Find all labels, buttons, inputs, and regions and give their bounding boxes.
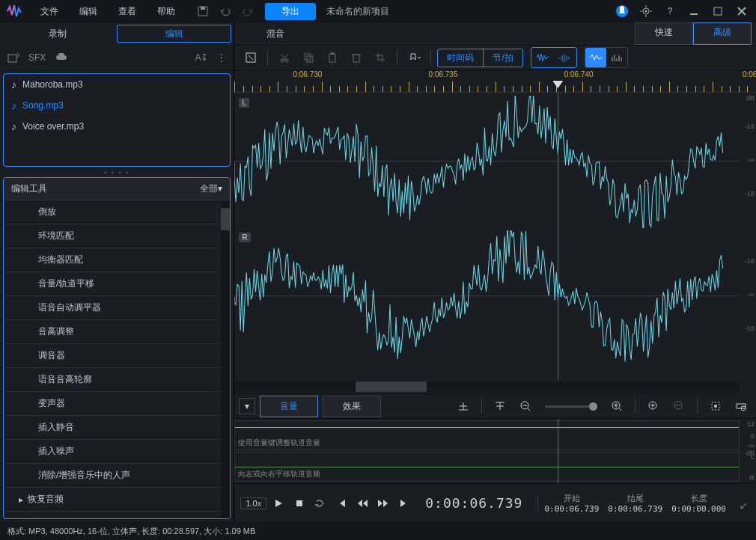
music-note-icon: ♪ (11, 120, 16, 132)
scrollbar-vertical[interactable] (221, 200, 230, 518)
edit-toolbar: 时间码 节/拍 (234, 45, 756, 70)
menu-edit[interactable]: 编辑 (70, 2, 106, 21)
font-size-button[interactable]: A↧ (195, 52, 208, 63)
time-ruler[interactable]: 0:06.7300:06.7350:06.7400:06. (234, 70, 756, 93)
copy-icon[interactable] (298, 48, 319, 67)
value-length[interactable]: 0:00:00.000 (671, 504, 726, 514)
tool-item[interactable]: 调音器 (4, 344, 230, 368)
crop-icon[interactable] (370, 48, 391, 67)
maximize-icon[interactable] (708, 1, 728, 21)
menu-view[interactable]: 查看 (109, 2, 145, 21)
file-item[interactable]: ♪Song.mp3 (4, 95, 230, 116)
tab-edit[interactable]: 编辑 (117, 25, 231, 43)
keyframe-out-icon[interactable] (490, 396, 510, 416)
zoom-knob[interactable] (589, 402, 597, 411)
file-name: Voice over.mp3 (22, 121, 84, 132)
pill-timecode[interactable]: 时间码 (438, 49, 483, 67)
file-item[interactable]: ♪Mahoroba.mp3 (4, 74, 230, 95)
rewind-icon[interactable] (353, 494, 371, 512)
skip-end-icon[interactable] (395, 494, 413, 512)
volume-lane[interactable]: 使用音量键调整轨道音量 (234, 420, 740, 450)
close-icon[interactable] (732, 1, 752, 21)
notification-icon[interactable] (612, 1, 632, 21)
import-icon[interactable] (7, 52, 19, 63)
fit-all-icon[interactable] (731, 396, 752, 416)
more-icon[interactable]: ⋮ (217, 52, 226, 63)
tools-filter-dropdown[interactable]: 全部▾ (200, 182, 222, 195)
select-tool-icon[interactable] (240, 48, 261, 67)
undo-icon[interactable] (217, 3, 234, 19)
help-icon[interactable]: ? (660, 1, 680, 21)
cloud-icon[interactable] (55, 53, 68, 62)
toggle-spectrum-icon[interactable] (606, 48, 627, 67)
menu-file[interactable]: 文件 (31, 2, 67, 21)
tool-item[interactable]: 语音音高轮廓 (4, 368, 230, 392)
pan-lane[interactable]: 向左或向右平移轨道音频 (234, 452, 740, 482)
zoom-vertical-in-icon[interactable] (643, 396, 664, 416)
splitter-handle[interactable]: • • • • (0, 170, 234, 176)
tab-record[interactable]: 录制 (0, 22, 115, 45)
scrollbar-thumb[interactable] (221, 208, 230, 230)
sfx-button[interactable]: SFX (28, 52, 46, 63)
spectral-view-icon[interactable] (554, 48, 576, 67)
paste-icon[interactable] (322, 48, 343, 67)
skip-start-icon[interactable] (332, 494, 350, 512)
keyframe-in-icon[interactable] (453, 396, 474, 416)
volume-hint: 使用音量键调整轨道音量 (238, 438, 320, 448)
titlebar: 文件 编辑 查看 帮助 导出 未命名的新项目 ? (0, 0, 756, 22)
file-item[interactable]: ♪Voice over.mp3 (4, 116, 230, 137)
cut-icon[interactable] (274, 48, 295, 67)
expand-panel-icon[interactable] (732, 494, 750, 512)
tools-panel: 编辑工具 全部▾ 倒放 环境匹配 均衡器匹配 音量/轨道平移 语音自动调平器 音… (3, 177, 231, 519)
redo-icon[interactable] (240, 3, 256, 19)
toggle-waveform-icon[interactable] (585, 48, 606, 67)
tool-item[interactable]: 均衡器匹配 (4, 248, 230, 272)
tool-item[interactable]: 音量/轨道平移 (4, 272, 230, 296)
tool-item[interactable]: 倒放 (4, 200, 230, 224)
lanes-canvas[interactable]: 使用音量键调整轨道音量 向左或向右平移轨道音频 12 0 -∞ dB L R (234, 419, 756, 483)
forward-icon[interactable] (374, 494, 392, 512)
tab-mix[interactable]: 混音 (234, 22, 317, 45)
export-button[interactable]: 导出 (265, 3, 316, 20)
tool-item[interactable]: 语音自动调平器 (4, 296, 230, 320)
delete-icon[interactable] (346, 48, 367, 67)
settings-icon[interactable] (636, 1, 656, 21)
value-end[interactable]: 0:00:06.739 (608, 504, 662, 514)
scrollbar-thumb[interactable] (356, 381, 426, 392)
tool-item[interactable]: 消除/增强音乐中的人声 (4, 464, 230, 488)
tool-item[interactable]: 插入噪声 (4, 440, 230, 464)
channel-label-left: L (239, 98, 249, 108)
playhead-line[interactable] (558, 93, 558, 380)
zoom-slider[interactable] (545, 405, 597, 408)
value-start[interactable]: 0:00:06.739 (544, 504, 599, 514)
playback-speed[interactable]: 1.0x (240, 497, 266, 509)
tool-item[interactable]: 音高调整 (4, 320, 230, 344)
menu-help[interactable]: 帮助 (148, 2, 184, 21)
pill-beats[interactable]: 节/拍 (483, 49, 522, 67)
tab-effect[interactable]: 效果 (323, 396, 381, 417)
tool-item[interactable]: 插入静音 (4, 416, 230, 440)
scrollbar-horizontal[interactable] (234, 381, 740, 392)
tool-item[interactable]: 环境匹配 (4, 224, 230, 248)
zoom-vertical-out-icon[interactable] (668, 396, 689, 416)
lane-dropdown-icon[interactable]: ▾ (239, 398, 255, 414)
zoom-out-icon[interactable] (515, 396, 536, 416)
marker-dropdown-icon[interactable] (403, 48, 424, 67)
play-icon[interactable] (269, 494, 287, 512)
minimize-icon[interactable] (684, 1, 704, 21)
zoom-in-icon[interactable] (606, 396, 627, 416)
loop-icon[interactable] (311, 494, 329, 512)
waveform-canvas[interactable]: dB L -18 -∞ -18 R -1 (234, 93, 756, 380)
stop-icon[interactable] (290, 494, 308, 512)
tool-group[interactable]: ▸应用效果 (4, 512, 230, 518)
fit-selection-icon[interactable] (705, 396, 726, 416)
tool-group[interactable]: ▸恢复音频 (4, 488, 230, 512)
svg-point-45 (714, 405, 717, 408)
tab-volume[interactable]: 音量 (260, 396, 318, 417)
mode-fast[interactable]: 快速 (635, 22, 693, 45)
waveform-view-icon[interactable] (531, 48, 554, 67)
tool-item[interactable]: 变声器 (4, 392, 230, 416)
mode-advanced[interactable]: 高级 (693, 22, 752, 45)
save-icon[interactable] (195, 3, 211, 19)
playhead-line[interactable] (558, 419, 558, 483)
